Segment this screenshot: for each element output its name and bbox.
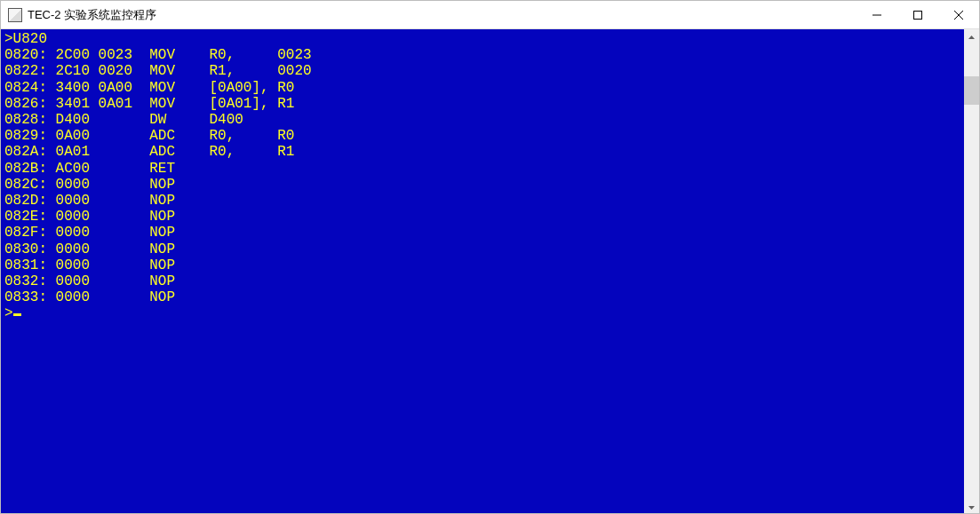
terminal-line: 082A: 0A01 ADC R0, R1: [4, 144, 960, 160]
scroll-down-arrow-icon[interactable]: [964, 500, 979, 514]
terminal-line: 082E: 0000 NOP: [4, 209, 960, 225]
terminal-line: 082C: 0000 NOP: [4, 177, 960, 193]
maximize-button[interactable]: [897, 1, 938, 29]
terminal-line: 0824: 3400 0A00 MOV [0A00], R0: [4, 80, 960, 96]
terminal-line: 0829: 0A00 ADC R0, R0: [4, 128, 960, 144]
content-area: >U8200820: 2C00 0023 MOV R0, 00230822: 2…: [1, 29, 979, 514]
svg-rect-0: [914, 11, 922, 19]
terminal-line: 082B: AC00 RET: [4, 161, 960, 177]
vertical-scrollbar[interactable]: [964, 29, 979, 514]
terminal-line: 0831: 0000 NOP: [4, 257, 960, 273]
terminal-line: >U820: [4, 31, 960, 47]
title-bar: TEC-2 实验系统监控程序: [1, 1, 979, 29]
close-icon: [954, 11, 963, 20]
app-icon: [8, 8, 22, 22]
terminal-line: 0822: 2C10 0020 MOV R1, 0020: [4, 63, 960, 79]
terminal-line: 0828: D400 DW D400: [4, 112, 960, 128]
terminal-line: 0830: 0000 NOP: [4, 241, 960, 257]
terminal-line: 0826: 3401 0A01 MOV [0A01], R1: [4, 96, 960, 112]
scroll-thumb[interactable]: [964, 76, 979, 105]
terminal-output[interactable]: >U8200820: 2C00 0023 MOV R0, 00230822: 2…: [1, 29, 964, 514]
cursor: [13, 313, 21, 316]
terminal-line: 0833: 0000 NOP: [4, 289, 960, 305]
minimize-button[interactable]: [857, 1, 897, 29]
scroll-up-arrow-icon[interactable]: [964, 29, 979, 44]
window-title: TEC-2 实验系统监控程序: [28, 7, 156, 23]
terminal-line: 082F: 0000 NOP: [4, 225, 960, 241]
terminal-line: 0832: 0000 NOP: [4, 273, 960, 289]
close-button[interactable]: [938, 1, 979, 29]
maximize-icon: [913, 11, 922, 20]
terminal-line: 0820: 2C00 0023 MOV R0, 0023: [4, 47, 960, 63]
terminal-line: 082D: 0000 NOP: [4, 193, 960, 209]
minimize-icon: [872, 11, 881, 20]
terminal-prompt: >: [4, 305, 960, 321]
